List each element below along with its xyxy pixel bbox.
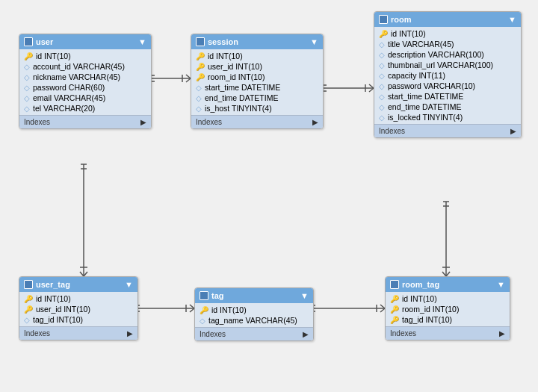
table-session: session ▼ 🔑id INT(10) 🔑user_id INT(10) 🔑… [191,34,324,129]
table-row: ◇start_time DATETIME [374,91,521,102]
table-user: user ▼ 🔑id INT(10) ◇account_id VARCHAR(4… [19,34,152,129]
table-room-tag-header: room_tag ▼ [386,277,510,292]
table-row: 🔑id INT(10) [19,51,151,61]
table-room: room ▼ 🔑id INT(10) ◇title VARCHAR(45) ◇d… [374,11,522,138]
table-tag-header: tag ▼ [195,288,313,303]
key-icon: 🔑 [379,30,388,38]
diamond-icon: ◇ [379,72,385,80]
diamond-icon: ◇ [379,51,385,59]
table-row: 🔑room_id INT(10) [386,304,510,314]
chevron-down-icon[interactable]: ▼ [497,280,505,289]
table-row: ◇capacity INT(11) [374,70,521,81]
arrow-right-icon: ▶ [140,118,146,126]
diamond-icon: ◇ [24,105,30,113]
table-row: 🔑id INT(10) [386,293,510,304]
table-tag-rows: 🔑id INT(10) ◇tag_name VARCHAR(45) [195,303,313,327]
table-user-tag-header: user_tag ▼ [19,277,137,292]
chevron-down-icon[interactable]: ▼ [310,37,318,46]
table-session-header: session ▼ [191,34,323,49]
fk-icon: 🔑 [390,305,399,314]
table-session-footer[interactable]: Indexes ▶ [191,115,323,128]
table-row: ◇is_locked TINYINT(4) [374,112,521,122]
table-row: 🔑id INT(10) [191,51,323,61]
diamond-icon: ◇ [379,103,385,111]
table-row: ◇email VARCHAR(45) [19,93,151,103]
indexes-label: Indexes [200,330,226,338]
table-room-header: room ▼ [374,12,521,27]
arrow-right-icon: ▶ [510,127,516,135]
table-icon [24,280,33,289]
table-session-rows: 🔑id INT(10) 🔑user_id INT(10) 🔑room_id IN… [191,49,323,115]
table-row: ◇tag_id INT(10) [19,314,137,325]
diamond-icon: ◇ [379,113,385,122]
indexes-label: Indexes [196,118,222,126]
table-user-tag: user_tag ▼ 🔑id INT(10) 🔑user_id INT(10) … [19,276,138,340]
table-icon [24,37,33,46]
fk-red-icon: 🔑 [196,73,205,81]
chevron-down-icon[interactable]: ▼ [138,37,146,46]
diamond-icon: ◇ [379,82,385,90]
table-room-rows: 🔑id INT(10) ◇title VARCHAR(45) ◇descript… [374,27,521,124]
table-row: 🔑id INT(10) [195,305,313,315]
key-icon: 🔑 [24,295,33,303]
indexes-label: Indexes [390,329,416,337]
key-icon: 🔑 [196,52,205,60]
table-row: 🔑tag_id INT(10) [386,314,510,325]
table-row: ◇start_time DATETIME [191,82,323,93]
table-user-tag-footer[interactable]: Indexes ▶ [19,326,137,340]
table-icon [200,291,208,300]
table-user-tag-rows: 🔑id INT(10) 🔑user_id INT(10) ◇tag_id INT… [19,292,137,326]
key-icon: 🔑 [200,306,208,314]
key-icon: 🔑 [24,52,33,60]
table-tag-footer[interactable]: Indexes ▶ [195,327,313,340]
diamond-icon: ◇ [196,94,202,102]
chevron-down-icon[interactable]: ▼ [300,291,309,300]
fk-icon: 🔑 [24,305,33,314]
table-room-tag-title: room_tag [402,280,439,289]
table-row: 🔑room_id INT(10) [191,72,323,82]
table-tag: tag ▼ 🔑id INT(10) ◇tag_name VARCHAR(45) … [194,287,314,341]
arrow-right-icon: ▶ [312,118,318,126]
table-row: ◇password CHAR(60) [19,82,151,93]
diamond-icon: ◇ [200,317,205,325]
table-row: ◇account_id VARCHAR(45) [19,61,151,72]
indexes-label: Indexes [24,118,50,126]
table-row: ◇tel VARCHAR(20) [19,103,151,113]
table-user-footer[interactable]: Indexes ▶ [19,115,151,128]
diamond-icon: ◇ [196,105,202,113]
arrow-right-icon: ▶ [303,330,309,338]
table-row: 🔑id INT(10) [19,293,137,304]
diamond-icon: ◇ [196,84,202,92]
table-user-header: user ▼ [19,34,151,49]
table-user-title: user [36,37,53,46]
table-user-rows: 🔑id INT(10) ◇account_id VARCHAR(45) ◇nic… [19,49,151,115]
table-row: ◇password VARCHAR(10) [374,81,521,91]
chevron-down-icon[interactable]: ▼ [125,280,133,289]
fk-icon: 🔑 [390,316,399,324]
table-icon [390,280,399,289]
diamond-icon: ◇ [24,316,30,324]
table-room-tag-footer[interactable]: Indexes ▶ [386,326,510,340]
chevron-down-icon[interactable]: ▼ [508,15,516,24]
diamond-icon: ◇ [379,61,385,69]
table-icon [379,15,388,24]
table-room-tag-rows: 🔑id INT(10) 🔑room_id INT(10) 🔑tag_id INT… [386,292,510,326]
table-user-tag-title: user_tag [36,280,70,289]
table-icon [196,37,205,46]
key-icon: 🔑 [390,295,399,303]
table-room-title: room [391,15,412,24]
table-row: 🔑user_id INT(10) [191,61,323,72]
table-row: 🔑user_id INT(10) [19,304,137,314]
arrow-right-icon: ▶ [127,329,133,337]
table-room-footer[interactable]: Indexes ▶ [374,124,521,137]
diamond-icon: ◇ [24,73,30,81]
table-row: ◇end_time DATETIME [191,93,323,103]
indexes-label: Indexes [379,127,405,135]
table-row: ◇is_host TINYINT(4) [191,103,323,113]
diamond-icon: ◇ [24,94,30,102]
diamond-icon: ◇ [24,63,30,71]
table-row: ◇end_time DATETIME [374,102,521,112]
table-room-tag: room_tag ▼ 🔑id INT(10) 🔑room_id INT(10) … [385,276,510,340]
table-row: 🔑id INT(10) [374,28,521,39]
canvas: user ▼ 🔑id INT(10) ◇account_id VARCHAR(4… [0,0,538,392]
